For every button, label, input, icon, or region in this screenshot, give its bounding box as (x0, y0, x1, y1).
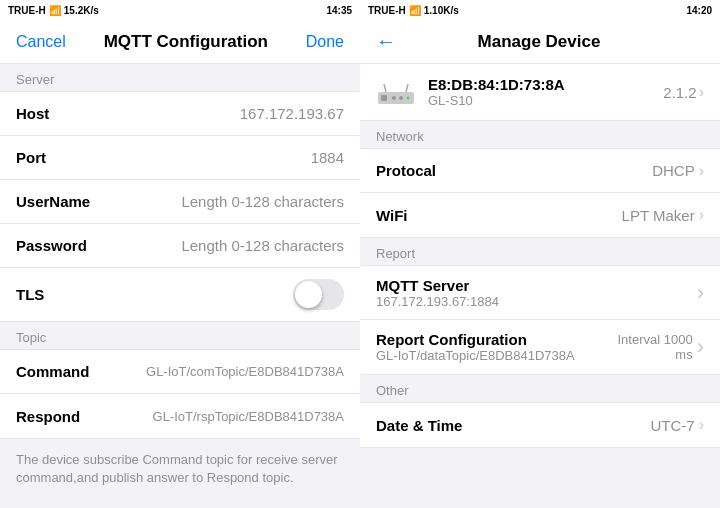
tls-toggle[interactable] (293, 279, 344, 310)
server-group: Host 167.172.193.67 Port 1884 UserName L… (0, 91, 360, 322)
mqtt-chevron-icon: › (697, 280, 704, 306)
port-value: 1884 (311, 149, 344, 166)
topic-section-label: Topic (0, 322, 360, 349)
other-group: Date & Time UTC-7 › (360, 402, 720, 448)
tls-label: TLS (16, 286, 44, 303)
right-carrier: TRUE-H (368, 5, 406, 16)
server-section-label: Server (0, 64, 360, 91)
host-row[interactable]: Host 167.172.193.67 (0, 92, 360, 136)
mqtt-server-title: MQTT Server (376, 277, 697, 294)
left-panel: TRUE-H 📶 15.2K/s 14:35 Cancel MQTT Confi… (0, 0, 360, 508)
port-row[interactable]: Port 1884 (0, 136, 360, 180)
respond-value: GL-IoT/rspTopic/E8DB841D738A (153, 409, 344, 424)
device-chevron-icon: › (699, 83, 704, 101)
command-row[interactable]: Command GL-IoT/comTopic/E8DB841D738A (0, 350, 360, 394)
router-svg (376, 78, 416, 106)
device-version[interactable]: 2.1.2 › (663, 83, 704, 101)
other-section-label: Other (360, 375, 720, 402)
username-label: UserName (16, 193, 90, 210)
right-nav-title: Manage Device (408, 32, 670, 52)
datetime-label: Date & Time (376, 405, 462, 446)
right-status-left: TRUE-H 📶 1.10K/s (368, 5, 459, 16)
wifi-value: LPT Maker › (622, 206, 704, 224)
report-config-right: Interval 1000 ms › (618, 332, 705, 362)
wifi-row[interactable]: WiFi LPT Maker › (360, 193, 720, 237)
left-status-left: TRUE-H 📶 15.2K/s (8, 5, 99, 16)
host-label: Host (16, 105, 49, 122)
command-value: GL-IoT/comTopic/E8DB841D738A (146, 364, 344, 379)
datetime-row[interactable]: Date & Time UTC-7 › (360, 403, 720, 447)
left-carrier: TRUE-H (8, 5, 46, 16)
report-config-title: Report Configuration (376, 331, 618, 348)
mqtt-row-left: MQTT Server 167.172.193.67:1884 (376, 277, 697, 309)
device-icon (376, 78, 416, 106)
wifi-chevron-icon: › (699, 206, 704, 224)
username-value: Length 0-128 characters (181, 193, 344, 210)
mqtt-server-row[interactable]: MQTT Server 167.172.193.67:1884 › (360, 266, 720, 320)
wifi-text: LPT Maker (622, 207, 695, 224)
topic-group: Command GL-IoT/comTopic/E8DB841D738A Res… (0, 349, 360, 439)
protocol-row[interactable]: Protocal DHCP › (360, 149, 720, 193)
network-section-label: Network (360, 121, 720, 148)
config-chevron-icon: › (697, 334, 704, 360)
mqtt-server-sub: 167.172.193.67:1884 (376, 294, 697, 309)
right-status-bar: TRUE-H 📶 1.10K/s 14:20 (360, 0, 720, 20)
left-time: 14:35 (326, 5, 352, 16)
device-info: E8:DB:84:1D:73:8A GL-S10 (428, 76, 651, 108)
datetime-chevron-icon: › (699, 416, 704, 434)
protocol-text: DHCP (652, 162, 695, 179)
right-status-right: 14:20 (686, 5, 712, 16)
right-time: 14:20 (686, 5, 712, 16)
right-speed: 1.10K/s (424, 5, 459, 16)
svg-line-6 (406, 84, 408, 92)
username-row[interactable]: UserName Length 0-128 characters (0, 180, 360, 224)
protocol-value: DHCP › (652, 162, 704, 180)
report-config-row[interactable]: Report Configuration GL-IoT/dataTopic/E8… (360, 320, 720, 374)
respond-row[interactable]: Respond GL-IoT/rspTopic/E8DB841D738A (0, 394, 360, 438)
back-button[interactable]: ← (376, 30, 396, 53)
protocol-chevron-icon: › (699, 162, 704, 180)
left-nav-title: MQTT Configuration (104, 32, 268, 52)
password-row[interactable]: Password Length 0-128 characters (0, 224, 360, 268)
info-box: The device subscribe Command topic for r… (0, 439, 360, 499)
left-status-right: 14:35 (326, 5, 352, 16)
left-status-bar: TRUE-H 📶 15.2K/s 14:35 (0, 0, 360, 20)
svg-point-2 (392, 96, 396, 100)
command-label: Command (16, 363, 89, 380)
interval-value: Interval 1000 (618, 332, 693, 347)
done-button[interactable]: Done (306, 33, 344, 51)
interval-unit: ms (618, 347, 693, 362)
right-nav-bar: ← Manage Device (360, 20, 720, 64)
left-speed: 15.2K/s (64, 5, 99, 16)
toggle-thumb (295, 281, 322, 308)
datetime-text: UTC-7 (651, 417, 695, 434)
left-nav-bar: Cancel MQTT Configuration Done (0, 20, 360, 64)
cancel-button[interactable]: Cancel (16, 33, 66, 51)
device-mac: E8:DB:84:1D:73:8A (428, 76, 651, 93)
respond-label: Respond (16, 408, 80, 425)
report-config-left: Report Configuration GL-IoT/dataTopic/E8… (376, 331, 618, 363)
protocol-label: Protocal (376, 150, 436, 191)
svg-point-4 (407, 97, 410, 100)
tls-row[interactable]: TLS (0, 268, 360, 321)
device-card[interactable]: E8:DB:84:1D:73:8A GL-S10 2.1.2 › (360, 64, 720, 121)
network-group: Protocal DHCP › WiFi LPT Maker › (360, 148, 720, 238)
version-text: 2.1.2 (663, 84, 696, 101)
host-value: 167.172.193.67 (240, 105, 344, 122)
password-label: Password (16, 237, 87, 254)
password-value: Length 0-128 characters (181, 237, 344, 254)
svg-point-3 (399, 96, 403, 100)
report-config-sub: GL-IoT/dataTopic/E8DB841D738A (376, 348, 618, 363)
report-section-label: Report (360, 238, 720, 265)
wifi-label: WiFi (376, 195, 408, 236)
right-panel: TRUE-H 📶 1.10K/s 14:20 ← Manage Device (360, 0, 720, 508)
interval-text: Interval 1000 ms (618, 332, 693, 362)
port-label: Port (16, 149, 46, 166)
right-signal-icon: 📶 (409, 5, 421, 16)
left-signal-icon: 📶 (49, 5, 61, 16)
svg-rect-1 (381, 95, 387, 101)
svg-line-5 (384, 84, 386, 92)
datetime-value: UTC-7 › (651, 416, 705, 434)
report-group: MQTT Server 167.172.193.67:1884 › Report… (360, 265, 720, 375)
device-model: GL-S10 (428, 93, 651, 108)
